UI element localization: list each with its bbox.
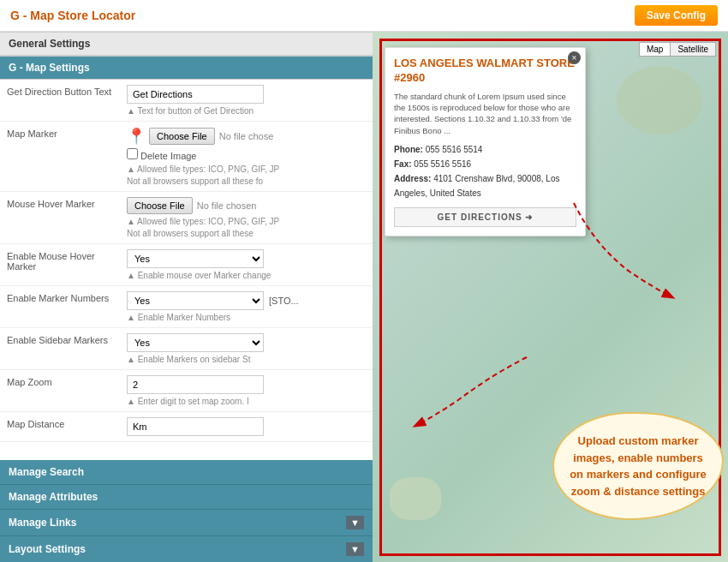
help-text: ▲ Enable Markers on sidebar St: [127, 355, 366, 364]
enable-hover-marker-select[interactable]: Yes No: [127, 249, 264, 268]
fax-label: Fax:: [394, 159, 412, 169]
field-label: Map Marker: [0, 122, 120, 192]
delete-image-label[interactable]: Delete Image: [127, 151, 196, 161]
extra-text: [STO...: [269, 296, 299, 306]
table-row: Map Zoom ▲ Enter digit to set map zoom. …: [0, 370, 373, 412]
phone-label: Phone:: [394, 145, 423, 154]
store-popup: × LOS ANGELES WALMART STORE #2960 The st…: [385, 47, 586, 236]
get-direction-input[interactable]: [127, 85, 264, 104]
settings-table: Get Direction Button Text ▲ Text for but…: [0, 80, 373, 442]
chevron-down-icon-2: ▼: [346, 542, 364, 556]
phone-value: 055 5516 5514: [426, 145, 483, 154]
field-label: Enable Mouse Hover Marker: [0, 244, 120, 286]
address-label: Address:: [394, 174, 431, 183]
get-directions-button[interactable]: GET DIRECTIONS ➜: [394, 207, 576, 227]
field-label: Map Zoom: [0, 370, 120, 412]
table-row: Mouse Hover Marker Choose File No file c…: [0, 192, 373, 244]
help-text-2: Not all browsers support all these: [127, 229, 366, 238]
enable-marker-numbers-select[interactable]: Yes No: [127, 291, 264, 310]
store-title: LOS ANGELES WALMART STORE #2960: [394, 57, 576, 86]
map-marker-choose-file-button[interactable]: Choose File: [149, 128, 215, 145]
map-marker-icon: 📍: [127, 127, 146, 146]
enable-sidebar-markers-select[interactable]: Yes No: [127, 333, 264, 352]
map-zoom-input[interactable]: [127, 375, 264, 394]
manage-attributes-label: Manage Attributes: [9, 491, 98, 503]
manage-search-nav[interactable]: Manage Search: [0, 460, 373, 485]
table-row: Enable Sidebar Markers Yes No ▲ Enable M…: [0, 328, 373, 370]
table-row: Enable Mouse Hover Marker Yes No ▲ Enabl…: [0, 244, 373, 286]
store-description: The standard chunk of Lorem Ipsum used s…: [394, 91, 576, 136]
satellite-tab[interactable]: Satellite: [671, 42, 716, 57]
app-title: G - Map Store Locator: [10, 9, 135, 22]
table-row: Get Direction Button Text ▲ Text for but…: [0, 80, 373, 122]
field-label: Get Direction Button Text: [0, 80, 120, 122]
field-label: Mouse Hover Marker: [0, 192, 120, 244]
delete-image-checkbox[interactable]: [127, 148, 138, 159]
fax-value: 055 5516 5516: [414, 159, 471, 169]
manage-attributes-nav[interactable]: Manage Attributes: [0, 485, 373, 510]
hover-marker-choose-file-button[interactable]: Choose File: [127, 197, 193, 214]
field-value: Yes No ▲ Enable Markers on sidebar St: [120, 328, 373, 370]
store-contact: Phone: 055 5516 5514 Fax: 055 5516 5516 …: [394, 142, 576, 200]
map-tab[interactable]: Map: [639, 42, 671, 57]
general-settings-header: General Settings: [0, 32, 373, 56]
map-tabs: Map Satellite: [639, 42, 716, 57]
help-text: ▲ Enable Marker Numbers: [127, 313, 366, 322]
help-text: ▲ Enter digit to set map zoom. I: [127, 397, 366, 406]
table-row: Map Marker 📍 Choose File No file chose D…: [0, 122, 373, 192]
popup-close-button[interactable]: ×: [568, 51, 581, 64]
help-text: ▲ Enable mouse over Marker change: [127, 271, 366, 280]
help-text-2: Not all browsers support all these fo: [127, 176, 366, 186]
field-value: ▲ Text for button of Get Direction: [120, 80, 373, 122]
layout-settings-nav[interactable]: Layout Settings ▼: [0, 536, 373, 562]
field-label: Map Distance: [0, 412, 120, 442]
no-file-text: No file chose: [219, 131, 274, 141]
field-value: Yes No [STO... ▲ Enable Marker Numbers: [120, 286, 373, 328]
field-value: Yes No ▲ Enable mouse over Marker change: [120, 244, 373, 286]
gmap-settings-header: G - Map Settings: [0, 56, 373, 80]
field-label: Enable Sidebar Markers: [0, 328, 120, 370]
bottom-navigation: Manage Search Manage Attributes Manage L…: [0, 460, 373, 562]
save-config-button[interactable]: Save Config: [635, 5, 718, 26]
chevron-down-icon: ▼: [346, 516, 364, 529]
layout-settings-label: Layout Settings: [9, 543, 86, 555]
table-row: Enable Marker Numbers Yes No [STO... ▲ E…: [0, 286, 373, 328]
help-text: ▲ Allowed file types: ICO, PNG, GIF, JP: [127, 164, 366, 174]
field-value: 📍 Choose File No file chose Delete Image…: [120, 122, 373, 192]
manage-links-nav[interactable]: Manage Links ▼: [0, 510, 373, 536]
field-value: [120, 412, 373, 442]
field-label: Enable Marker Numbers: [0, 286, 120, 328]
table-row: Map Distance: [0, 412, 373, 442]
settings-area: General Settings G - Map Settings Get Di…: [0, 32, 373, 460]
no-file-text: No file chosen: [197, 200, 257, 211]
field-value: Choose File No file chosen ▲ Allowed fil…: [120, 192, 373, 244]
help-text: ▲ Text for button of Get Direction: [127, 106, 366, 116]
map-panel: Map Satellite × LOS ANGELES WALMART STOR…: [373, 32, 728, 562]
help-text: ▲ Allowed file types: ICO, PNG, GIF, JP: [127, 217, 366, 226]
manage-links-label: Manage Links: [9, 517, 76, 529]
app-header: G - Map Store Locator Save Config: [0, 0, 728, 32]
map-distance-input[interactable]: [127, 417, 264, 436]
field-value: ▲ Enter digit to set map zoom. I: [120, 370, 373, 412]
manage-search-label: Manage Search: [9, 466, 84, 478]
cloud-callout-text: Upload custom marker images, enable numb…: [570, 434, 707, 498]
